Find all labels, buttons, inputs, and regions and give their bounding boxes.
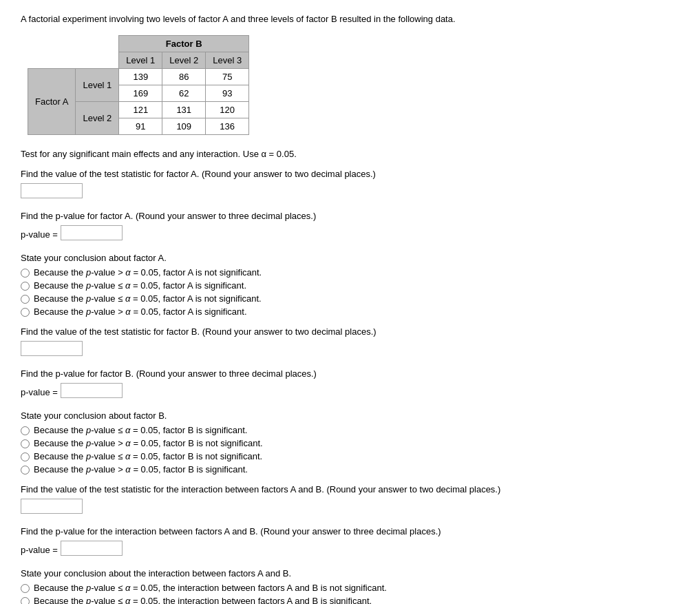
factor-b-pvalue-section: Find the p-value for factor B. (Round yo… — [21, 368, 679, 401]
factor-b-teststat-q: Find the value of the test statistic for… — [21, 326, 679, 337]
cell-a1b2-r2: 62 — [162, 85, 206, 102]
factor-a-radio-1[interactable] — [21, 269, 30, 278]
factor-a-pvalue-row: p-value = — [21, 225, 679, 243]
factor-a-option-3: Because the p-value ≤ α = 0.05, factor A… — [21, 293, 679, 304]
factor-b-section: Find the value of the test statistic for… — [21, 326, 679, 359]
factor-b-option-1-label: Because the p-value ≤ α = 0.05, factor B… — [34, 425, 247, 435]
factor-a-pvalue-input[interactable] — [61, 225, 123, 240]
alpha-text: Test for any significant main effects an… — [21, 149, 679, 159]
factor-b-option-4: Because the p-value > α = 0.05, factor B… — [21, 464, 679, 475]
factor-b-teststat-input[interactable] — [21, 341, 83, 356]
interaction-option-1: Because the p-value ≤ α = 0.05, the inte… — [21, 583, 679, 593]
interaction-pvalue-q: Find the p-value for the interaction bet… — [21, 526, 679, 537]
factor-a-label: Factor A — [28, 69, 76, 135]
interaction-conclusion-label: State your conclusion about the interact… — [21, 568, 679, 579]
factor-a-radio-4[interactable] — [21, 308, 30, 317]
factor-a-teststat-q: Find the value of the test statistic for… — [21, 169, 679, 179]
factor-a-option-4: Because the p-value > α = 0.05, factor A… — [21, 306, 679, 317]
factor-b-header: Factor B — [119, 36, 249, 52]
interaction-teststat-input[interactable] — [21, 499, 83, 514]
factor-a-conclusion-label: State your conclusion about factor A. — [21, 253, 679, 263]
factor-b-radio-3[interactable] — [21, 452, 30, 461]
cell-a2b3-r2: 136 — [206, 118, 249, 135]
interaction-teststat-q: Find the value of the test statistic for… — [21, 484, 679, 494]
interaction-pvalue-input[interactable] — [61, 541, 123, 556]
interaction-section: Find the value of the test statistic for… — [21, 484, 679, 517]
factor-b-pvalue-q: Find the p-value for factor B. (Round yo… — [21, 368, 679, 379]
factor-a-radio-group: Because the p-value > α = 0.05, factor A… — [21, 267, 679, 317]
interaction-pvalue-section: Find the p-value for the interaction bet… — [21, 526, 679, 559]
interaction-option-1-label: Because the p-value ≤ α = 0.05, the inte… — [34, 583, 387, 593]
factor-a-option-4-label: Because the p-value > α = 0.05, factor A… — [34, 306, 247, 317]
alpha-statement: Test for any significant main effects an… — [21, 149, 679, 159]
interaction-conclusion-section: State your conclusion about the interact… — [21, 568, 679, 604]
interaction-pvalue-label: p-value = — [21, 545, 58, 555]
factor-b-option-4-label: Because the p-value > α = 0.05, factor B… — [34, 464, 248, 475]
factor-b-option-3: Because the p-value ≤ α = 0.05, factor B… — [21, 451, 679, 461]
cell-a1b2-r1: 86 — [162, 69, 206, 85]
cell-a2b2-r2: 109 — [162, 118, 206, 135]
factor-b-radio-4[interactable] — [21, 466, 30, 475]
factor-a-option-1-label: Because the p-value > α = 0.05, factor A… — [34, 267, 262, 278]
cell-a1b1-r1: 139 — [119, 69, 162, 85]
factor-a-section: Find the value of the test statistic for… — [21, 169, 679, 201]
interaction-option-2: Because the p-value ≤ α = 0.05, the inte… — [21, 596, 679, 604]
col-header-2: Level 2 — [162, 52, 206, 69]
interaction-pvalue-row: p-value = — [21, 541, 679, 559]
cell-a2b2-r1: 131 — [162, 102, 206, 118]
factor-b-radio-2[interactable] — [21, 439, 30, 448]
cell-a2b3-r1: 120 — [206, 102, 249, 118]
factor-b-pvalue-input[interactable] — [61, 383, 123, 398]
factor-b-option-2: Because the p-value > α = 0.05, factor B… — [21, 438, 679, 448]
level2-label: Level 2 — [76, 102, 119, 135]
factor-b-option-1: Because the p-value ≤ α = 0.05, factor B… — [21, 425, 679, 435]
factor-b-radio-1[interactable] — [21, 426, 30, 435]
factor-a-pvalue-label: p-value = — [21, 229, 58, 240]
cell-a2b1-r1: 121 — [119, 102, 162, 118]
data-table: Factor B Level 1 Level 2 Level 3 Factor … — [28, 35, 249, 135]
level1-label: Level 1 — [76, 69, 119, 102]
factor-a-option-1: Because the p-value > α = 0.05, factor A… — [21, 267, 679, 278]
cell-a2b1-r2: 91 — [119, 118, 162, 135]
factor-a-conclusion-section: State your conclusion about factor A. Be… — [21, 253, 679, 317]
interaction-radio-2[interactable] — [21, 597, 30, 604]
factor-a-option-2: Because the p-value ≤ α = 0.05, factor A… — [21, 280, 679, 291]
col-header-1: Level 1 — [119, 52, 162, 69]
col-header-3: Level 3 — [206, 52, 249, 69]
cell-a1b1-r2: 169 — [119, 85, 162, 102]
factor-b-radio-group: Because the p-value ≤ α = 0.05, factor B… — [21, 425, 679, 475]
cell-a1b3-r1: 75 — [206, 69, 249, 85]
interaction-radio-group: Because the p-value ≤ α = 0.05, the inte… — [21, 583, 679, 604]
factor-a-option-2-label: Because the p-value ≤ α = 0.05, factor A… — [34, 280, 246, 291]
interaction-option-2-label: Because the p-value ≤ α = 0.05, the inte… — [34, 596, 372, 604]
factor-a-radio-2[interactable] — [21, 282, 30, 291]
factor-a-pvalue-q: Find the p-value for factor A. (Round yo… — [21, 211, 679, 221]
factor-b-conclusion-section: State your conclusion about factor B. Be… — [21, 410, 679, 475]
factor-a-pvalue-section: Find the p-value for factor A. (Round yo… — [21, 211, 679, 243]
factor-b-option-2-label: Because the p-value > α = 0.05, factor B… — [34, 438, 263, 448]
factor-b-conclusion-label: State your conclusion about factor B. — [21, 410, 679, 421]
data-table-wrapper: Factor B Level 1 Level 2 Level 3 Factor … — [21, 35, 679, 135]
factor-a-option-3-label: Because the p-value ≤ α = 0.05, factor A… — [34, 293, 262, 304]
factor-a-teststat-input[interactable] — [21, 183, 83, 198]
factor-b-pvalue-label: p-value = — [21, 387, 58, 397]
factor-a-radio-3[interactable] — [21, 295, 30, 304]
factor-b-pvalue-row: p-value = — [21, 383, 679, 401]
cell-a1b3-r2: 93 — [206, 85, 249, 102]
intro-text: A factorial experiment involving two lev… — [21, 14, 679, 24]
factor-b-option-3-label: Because the p-value ≤ α = 0.05, factor B… — [34, 451, 262, 461]
interaction-radio-1[interactable] — [21, 584, 30, 593]
